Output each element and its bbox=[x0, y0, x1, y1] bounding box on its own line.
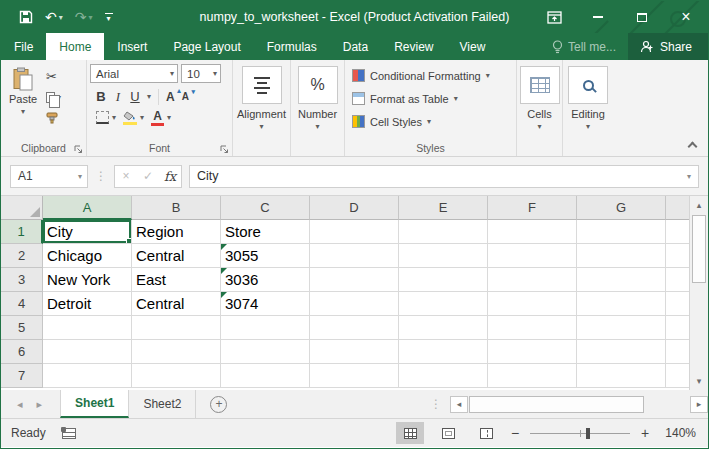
cell-B7[interactable] bbox=[132, 364, 221, 388]
paste-button[interactable]: Paste ▾ bbox=[4, 64, 42, 126]
shrink-font-button[interactable]: A▾ bbox=[182, 91, 189, 102]
row-header-5[interactable]: 5 bbox=[1, 316, 43, 340]
ribbon-tab-insert[interactable]: Insert bbox=[104, 33, 160, 60]
font-dialog-launcher[interactable] bbox=[220, 145, 229, 154]
cell-G1[interactable] bbox=[577, 220, 666, 244]
column-header-B[interactable]: B bbox=[132, 196, 221, 220]
cell-D5[interactable] bbox=[310, 316, 399, 340]
new-sheet-button[interactable]: + bbox=[210, 396, 227, 413]
grow-font-button[interactable]: A▴ bbox=[166, 90, 175, 104]
clipboard-dialog-launcher[interactable] bbox=[74, 145, 83, 154]
format-as-table-button[interactable]: Format as Table ▾ bbox=[352, 87, 513, 110]
cell-styles-button[interactable]: Cell Styles ▾ bbox=[352, 110, 513, 133]
cell-F1[interactable] bbox=[488, 220, 577, 244]
conditional-formatting-button[interactable]: Conditional Formatting ▾ bbox=[352, 64, 513, 87]
row-header-4[interactable]: 4 bbox=[1, 292, 43, 316]
ribbon-tab-page-layout[interactable]: Page Layout bbox=[160, 33, 253, 60]
scroll-up-icon[interactable]: ▴ bbox=[690, 196, 708, 214]
format-painter-button[interactable] bbox=[46, 110, 61, 126]
horizontal-scrollbar[interactable]: ◂ ▸ bbox=[450, 390, 708, 418]
cell-G5[interactable] bbox=[577, 316, 666, 340]
undo-button[interactable]: ↶▾ bbox=[41, 7, 67, 27]
save-button[interactable] bbox=[15, 8, 37, 26]
column-header-F[interactable]: F bbox=[488, 196, 577, 220]
bold-button[interactable]: B bbox=[96, 89, 106, 104]
cell-A4[interactable]: Detroit bbox=[43, 292, 132, 316]
select-all-corner[interactable] bbox=[1, 196, 43, 220]
column-header-G[interactable]: G bbox=[577, 196, 666, 220]
prev-sheet-icon[interactable]: ◂ bbox=[17, 398, 23, 411]
ribbon-tab-home[interactable]: Home bbox=[46, 33, 104, 60]
scroll-right-icon[interactable]: ▸ bbox=[690, 396, 708, 413]
cell-B1[interactable]: Region bbox=[132, 220, 221, 244]
cell-D2[interactable] bbox=[310, 244, 399, 268]
cell-D6[interactable] bbox=[310, 340, 399, 364]
cell-C1[interactable]: Store bbox=[221, 220, 310, 244]
row-header-7[interactable]: 7 bbox=[1, 364, 43, 388]
ribbon-tab-data[interactable]: Data bbox=[330, 33, 381, 60]
tell-me-button[interactable]: Tell me... bbox=[540, 33, 628, 60]
cell-C7[interactable] bbox=[221, 364, 310, 388]
alignment-dropdown-icon[interactable]: ▾ bbox=[259, 122, 263, 131]
cell-F4[interactable] bbox=[488, 292, 577, 316]
scroll-down-icon[interactable]: ▾ bbox=[690, 372, 708, 390]
cell-D4[interactable] bbox=[310, 292, 399, 316]
fill-color-button[interactable]: ▾ bbox=[123, 111, 144, 125]
cell-C4[interactable]: 3074 bbox=[221, 292, 310, 316]
cell-E1[interactable] bbox=[399, 220, 488, 244]
zoom-out-button[interactable]: − bbox=[510, 425, 520, 441]
cut-button[interactable]: ✂ bbox=[46, 68, 61, 84]
page-layout-view-button[interactable] bbox=[434, 422, 462, 444]
name-box[interactable]: A1 ▾ bbox=[10, 165, 88, 188]
share-button[interactable]: Share bbox=[628, 33, 708, 60]
column-header-C[interactable]: C bbox=[221, 196, 310, 220]
zoom-slider[interactable] bbox=[530, 433, 630, 434]
cell-E7[interactable] bbox=[399, 364, 488, 388]
cell-E4[interactable] bbox=[399, 292, 488, 316]
name-box-dropdown-icon[interactable]: ▾ bbox=[78, 172, 82, 181]
cancel-entry-icon[interactable]: × bbox=[115, 169, 137, 183]
cell-B4[interactable]: Central bbox=[132, 292, 221, 316]
vertical-scrollbar[interactable]: ▴ ▾ bbox=[689, 196, 708, 390]
zoom-level[interactable]: 140% bbox=[660, 426, 696, 440]
cell-A1[interactable]: City bbox=[43, 220, 132, 244]
cell-F7[interactable] bbox=[488, 364, 577, 388]
italic-button[interactable]: I bbox=[113, 89, 123, 105]
cell-C3[interactable]: 3036 bbox=[221, 268, 310, 292]
column-header-A[interactable]: A bbox=[43, 196, 132, 220]
cell-F2[interactable] bbox=[488, 244, 577, 268]
cell-A5[interactable] bbox=[43, 316, 132, 340]
cell-G4[interactable] bbox=[577, 292, 666, 316]
undo-dropdown-icon[interactable]: ▾ bbox=[59, 13, 63, 22]
number-dropdown-icon[interactable]: ▾ bbox=[315, 122, 319, 131]
macro-record-icon[interactable] bbox=[62, 428, 76, 439]
zoom-slider-thumb[interactable] bbox=[586, 428, 590, 439]
row-header-6[interactable]: 6 bbox=[1, 340, 43, 364]
cell-A2[interactable]: Chicago bbox=[43, 244, 132, 268]
ribbon-display-options-button[interactable] bbox=[532, 1, 576, 33]
cell-B6[interactable] bbox=[132, 340, 221, 364]
row-header-2[interactable]: 2 bbox=[1, 244, 43, 268]
cell-C5[interactable] bbox=[221, 316, 310, 340]
cell-E2[interactable] bbox=[399, 244, 488, 268]
number-format-button[interactable]: % bbox=[298, 66, 338, 104]
insert-function-button[interactable]: fx bbox=[159, 169, 181, 184]
cell-E6[interactable] bbox=[399, 340, 488, 364]
ribbon-tab-file[interactable]: File bbox=[1, 33, 46, 60]
cell-G7[interactable] bbox=[577, 364, 666, 388]
cell-G3[interactable] bbox=[577, 268, 666, 292]
ribbon-tab-view[interactable]: View bbox=[447, 33, 499, 60]
cell-D1[interactable] bbox=[310, 220, 399, 244]
normal-view-button[interactable] bbox=[396, 422, 424, 444]
cell-E5[interactable] bbox=[399, 316, 488, 340]
formula-input[interactable]: City ▾ bbox=[189, 165, 699, 188]
cell-G6[interactable] bbox=[577, 340, 666, 364]
editing-button[interactable] bbox=[568, 66, 608, 104]
confirm-entry-icon[interactable]: ✓ bbox=[137, 169, 159, 183]
cell-F3[interactable] bbox=[488, 268, 577, 292]
vertical-scrollbar-thumb[interactable] bbox=[692, 215, 706, 283]
ribbon-tab-review[interactable]: Review bbox=[381, 33, 446, 60]
font-color-button[interactable]: A ▾ bbox=[151, 110, 171, 126]
cell-E3[interactable] bbox=[399, 268, 488, 292]
collapse-ribbon-icon[interactable] bbox=[688, 142, 698, 152]
